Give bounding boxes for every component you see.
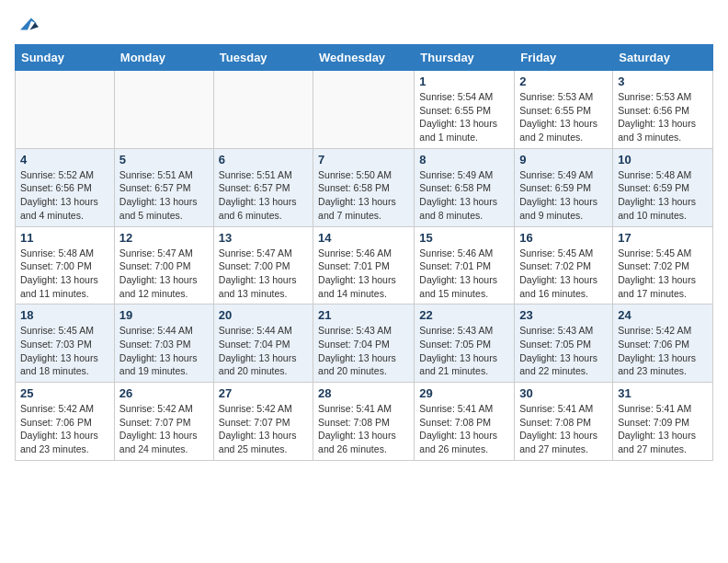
daylight-text: Daylight: 13 hours and 6 minutes.	[219, 195, 308, 222]
sunrise-text: Sunrise: 5:42 AM	[20, 402, 109, 416]
day-number: 10	[618, 153, 708, 167]
day-info: Sunrise: 5:45 AM Sunset: 7:02 PM Dayligh…	[618, 247, 708, 301]
daylight-text: Daylight: 13 hours and 8 minutes.	[419, 195, 509, 222]
daylight-text: Daylight: 13 hours and 16 minutes.	[519, 273, 608, 300]
sunset-text: Sunset: 6:59 PM	[618, 181, 708, 195]
day-number: 16	[519, 231, 608, 245]
day-number: 20	[219, 308, 308, 322]
calendar-cell: 3 Sunrise: 5:53 AM Sunset: 6:56 PM Dayli…	[613, 71, 713, 149]
daylight-text: Daylight: 13 hours and 19 minutes.	[119, 351, 209, 378]
sunset-text: Sunset: 6:58 PM	[419, 181, 509, 195]
sunrise-text: Sunrise: 5:49 AM	[519, 168, 608, 182]
day-number: 17	[618, 231, 708, 245]
day-number: 31	[618, 386, 708, 400]
day-info: Sunrise: 5:41 AM Sunset: 7:09 PM Dayligh…	[618, 402, 708, 456]
week-row-4: 18 Sunrise: 5:45 AM Sunset: 7:03 PM Dayl…	[16, 304, 713, 383]
day-number: 21	[318, 308, 409, 322]
week-row-1: 1 Sunrise: 5:54 AM Sunset: 6:55 PM Dayli…	[16, 71, 713, 149]
daylight-text: Daylight: 13 hours and 18 minutes.	[20, 351, 109, 378]
day-info: Sunrise: 5:46 AM Sunset: 7:01 PM Dayligh…	[318, 247, 409, 301]
daylight-text: Daylight: 13 hours and 27 minutes.	[618, 429, 708, 455]
sunset-text: Sunset: 6:56 PM	[618, 104, 708, 118]
calendar-cell: 24 Sunrise: 5:42 AM Sunset: 7:06 PM Dayl…	[613, 304, 713, 383]
sunset-text: Sunset: 6:57 PM	[219, 181, 308, 195]
sunrise-text: Sunrise: 5:41 AM	[618, 402, 708, 416]
day-info: Sunrise: 5:48 AM Sunset: 6:59 PM Dayligh…	[618, 168, 708, 223]
day-info: Sunrise: 5:42 AM Sunset: 7:06 PM Dayligh…	[618, 324, 708, 378]
daylight-text: Daylight: 13 hours and 22 minutes.	[519, 351, 608, 378]
calendar-cell: 6 Sunrise: 5:51 AM Sunset: 6:57 PM Dayli…	[213, 148, 313, 226]
calendar-cell: 22 Sunrise: 5:43 AM Sunset: 7:05 PM Dayl…	[415, 304, 515, 383]
sunrise-text: Sunrise: 5:53 AM	[519, 90, 608, 104]
calendar-cell: 5 Sunrise: 5:51 AM Sunset: 6:57 PM Dayli…	[114, 148, 213, 226]
day-info: Sunrise: 5:42 AM Sunset: 7:06 PM Dayligh…	[20, 402, 109, 456]
sunrise-text: Sunrise: 5:46 AM	[419, 247, 509, 260]
day-info: Sunrise: 5:52 AM Sunset: 6:56 PM Dayligh…	[20, 168, 109, 223]
calendar-cell: 21 Sunrise: 5:43 AM Sunset: 7:04 PM Dayl…	[313, 304, 415, 383]
day-info: Sunrise: 5:45 AM Sunset: 7:02 PM Dayligh…	[519, 247, 608, 301]
day-info: Sunrise: 5:44 AM Sunset: 7:03 PM Dayligh…	[119, 324, 209, 378]
sunset-text: Sunset: 7:03 PM	[20, 338, 109, 351]
calendar-cell	[16, 71, 115, 149]
sunset-text: Sunset: 7:06 PM	[618, 338, 708, 351]
weekday-header-monday: Monday	[114, 45, 213, 71]
day-number: 29	[419, 386, 509, 400]
sunset-text: Sunset: 7:01 PM	[419, 259, 509, 273]
daylight-text: Daylight: 13 hours and 27 minutes.	[519, 429, 608, 455]
daylight-text: Daylight: 13 hours and 25 minutes.	[219, 429, 308, 455]
calendar-cell: 12 Sunrise: 5:47 AM Sunset: 7:00 PM Dayl…	[114, 226, 213, 304]
calendar-cell: 16 Sunrise: 5:45 AM Sunset: 7:02 PM Dayl…	[515, 226, 613, 304]
calendar-cell: 11 Sunrise: 5:48 AM Sunset: 7:00 PM Dayl…	[16, 226, 115, 304]
calendar-cell: 14 Sunrise: 5:46 AM Sunset: 7:01 PM Dayl…	[313, 226, 415, 304]
daylight-text: Daylight: 13 hours and 15 minutes.	[419, 273, 509, 300]
day-info: Sunrise: 5:44 AM Sunset: 7:04 PM Dayligh…	[219, 324, 308, 378]
sunset-text: Sunset: 6:55 PM	[419, 104, 509, 118]
sunrise-text: Sunrise: 5:51 AM	[219, 168, 308, 182]
daylight-text: Daylight: 13 hours and 23 minutes.	[20, 429, 109, 455]
daylight-text: Daylight: 13 hours and 23 minutes.	[618, 351, 708, 378]
day-info: Sunrise: 5:43 AM Sunset: 7:04 PM Dayligh…	[318, 324, 409, 378]
sunset-text: Sunset: 7:05 PM	[419, 338, 509, 351]
sunset-text: Sunset: 7:08 PM	[519, 416, 608, 430]
day-info: Sunrise: 5:48 AM Sunset: 7:00 PM Dayligh…	[20, 247, 109, 301]
sunrise-text: Sunrise: 5:45 AM	[519, 247, 608, 260]
sunrise-text: Sunrise: 5:42 AM	[618, 324, 708, 338]
day-number: 27	[219, 386, 308, 400]
sunrise-text: Sunrise: 5:47 AM	[219, 247, 308, 260]
calendar-cell: 15 Sunrise: 5:46 AM Sunset: 7:01 PM Dayl…	[415, 226, 515, 304]
sunset-text: Sunset: 7:07 PM	[219, 416, 308, 430]
daylight-text: Daylight: 13 hours and 24 minutes.	[119, 429, 209, 455]
calendar-cell: 28 Sunrise: 5:41 AM Sunset: 7:08 PM Dayl…	[313, 383, 415, 461]
day-info: Sunrise: 5:41 AM Sunset: 7:08 PM Dayligh…	[519, 402, 608, 456]
sunrise-text: Sunrise: 5:44 AM	[119, 324, 209, 338]
daylight-text: Daylight: 13 hours and 5 minutes.	[119, 195, 209, 222]
daylight-text: Daylight: 13 hours and 2 minutes.	[519, 117, 608, 144]
sunrise-text: Sunrise: 5:50 AM	[318, 168, 409, 182]
sunset-text: Sunset: 7:03 PM	[119, 338, 209, 351]
sunrise-text: Sunrise: 5:48 AM	[20, 247, 109, 260]
day-number: 2	[519, 75, 608, 88]
day-number: 7	[318, 153, 409, 167]
daylight-text: Daylight: 13 hours and 17 minutes.	[618, 273, 708, 300]
calendar-cell: 2 Sunrise: 5:53 AM Sunset: 6:55 PM Dayli…	[515, 71, 613, 149]
daylight-text: Daylight: 13 hours and 13 minutes.	[219, 273, 308, 300]
calendar-table: SundayMondayTuesdayWednesdayThursdayFrid…	[15, 44, 713, 461]
sunset-text: Sunset: 6:56 PM	[20, 181, 109, 195]
weekday-header-tuesday: Tuesday	[213, 45, 313, 71]
daylight-text: Daylight: 13 hours and 7 minutes.	[318, 195, 409, 222]
week-row-2: 4 Sunrise: 5:52 AM Sunset: 6:56 PM Dayli…	[16, 148, 713, 226]
day-number: 28	[318, 386, 409, 400]
daylight-text: Daylight: 13 hours and 26 minutes.	[318, 429, 409, 455]
day-info: Sunrise: 5:41 AM Sunset: 7:08 PM Dayligh…	[419, 402, 509, 456]
day-info: Sunrise: 5:42 AM Sunset: 7:07 PM Dayligh…	[219, 402, 308, 456]
day-number: 26	[119, 386, 209, 400]
sunset-text: Sunset: 6:58 PM	[318, 181, 409, 195]
logo	[15, 15, 39, 33]
sunrise-text: Sunrise: 5:46 AM	[318, 247, 409, 260]
daylight-text: Daylight: 13 hours and 21 minutes.	[419, 351, 509, 378]
daylight-text: Daylight: 13 hours and 20 minutes.	[219, 351, 308, 378]
day-number: 3	[618, 75, 708, 88]
sunrise-text: Sunrise: 5:48 AM	[618, 168, 708, 182]
calendar-cell: 7 Sunrise: 5:50 AM Sunset: 6:58 PM Dayli…	[313, 148, 415, 226]
day-number: 18	[20, 308, 109, 322]
